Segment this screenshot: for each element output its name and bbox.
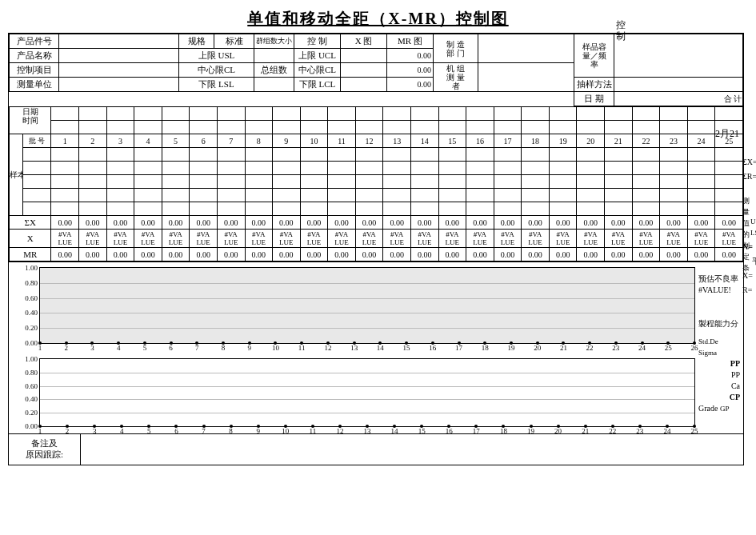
val-pred-defect: #VALUE! [698,285,740,296]
row-mr: MR 0.000.000.000.000.000.000.000.000.000… [10,248,743,262]
lbl-product-name: 产品名称 [10,49,59,63]
val-sample-freq[interactable] [614,34,743,78]
page-title: 单值和移动全距（X-MR）控制图 [8,8,748,30]
footer-notes[interactable] [81,434,743,465]
side-lsl: LSL [750,227,756,238]
lbl-product-no: 产品件号 [10,34,59,49]
data-grid: 日期 时间 样本测定值 批 号 123456789101112131415161… [9,106,743,262]
side-sx: ΣX= [742,157,756,168]
lbl-xchart: X 图 [341,34,387,49]
lbl-cl2: 中心限CL [294,63,341,78]
chart-stats: 预估不良率 #VALUE! 製程能力分 Std.De Sigma PP PP C… [698,267,740,414]
table-row[interactable] [10,162,743,175]
lbl-grade: Grade GP [698,403,740,414]
row-batch-no: 样本测定值 批 号 123456789101112131415161718192… [10,134,743,148]
lbl-cp: CP [698,392,740,403]
val-mfg-dept[interactable] [478,34,574,63]
x-chart-block: 0.000.200.400.600.801.001234567891011121… [39,267,695,344]
lbl-spec: 规格 [179,34,214,49]
lbl-total-groups: 总组数 [254,63,294,78]
lbl-ctrl-item: 控制项目 [10,63,59,78]
date-value-outside: 2月21 [715,127,739,141]
val-mr-3: 0.00 [387,63,434,78]
lbl-stdde: Std.De [698,336,740,347]
side-avg: 平 [752,256,756,267]
lbl-mfg-dept: 制 造 部 门 [434,34,478,63]
val-product-no[interactable] [59,34,179,49]
lbl-cl: 中心限CL [179,63,254,78]
footer-label: 备注及 原因跟踪: [9,434,81,465]
lbl-pred-defect: 预估不良率 [698,273,740,285]
lbl-sample-vertical: 样本测定值 [10,134,23,216]
val-lsl[interactable] [254,78,294,92]
side-sr: ΣR= [742,171,756,182]
mr-chart-block: 0.000.200.400.600.801.001234567891011121… [39,358,695,427]
lbl-pp2: PP [698,369,740,381]
lbl-mrchart: MR 图 [387,34,434,49]
lbl-samp-method: 抽样方法 [574,78,614,92]
row-x: X #VALUE#VALUE#VALUE#VALUE#VALUE#VALUE#V… [10,230,743,248]
lbl-usl: 上限 USL [179,49,254,63]
val-usl[interactable] [254,49,294,63]
val-samp-method[interactable] [614,78,743,92]
lbl-lsl: 下限 LSL [179,78,254,92]
table-row[interactable] [10,175,743,189]
lbl-group-size: 群组数大小 [254,34,294,49]
val-measured-by[interactable] [478,63,574,92]
row-sx: ΣX 0.000.000.000.000.000.000.000.000.000… [10,216,743,230]
lbl-meas-unit: 测量单位 [10,78,59,92]
table-row[interactable] [10,202,743,216]
x-chart-plot: 0.000.200.400.600.801.001234567891011121… [39,267,695,344]
lbl-control: 控 制 [294,34,341,49]
form-container: 产品件号 规格 标准 群组数大小 控 制 X 图 MR 图 制 造 部 门 样品… [8,33,744,465]
lbl-pp: PP [698,358,740,369]
lbl-ca: Ca [698,381,740,392]
val-mr-2: 0.00 [387,49,434,63]
row-date-time-2 [10,121,743,134]
table-row[interactable] [10,148,743,162]
val-x-lcl[interactable] [341,78,387,92]
footer: 备注及 原因跟踪: [9,433,743,465]
charts-area: 0.000.200.400.600.801.001234567891011121… [9,262,743,433]
header-table: 产品件号 规格 标准 群组数大小 控 制 X 图 MR 图 制 造 部 门 样品… [9,34,743,106]
lbl-batch-no: 批 号 [23,134,51,148]
side-xbar: X= [742,270,753,281]
mr-chart-plot: 0.000.200.400.600.801.001234567891011121… [39,358,695,427]
table-row[interactable] [10,189,743,202]
val-x-cl[interactable] [341,63,387,78]
val-x-ucl[interactable] [341,49,387,63]
row-date-time: 日期 时间 [10,107,743,121]
lbl-capability: 製程能力分 [698,318,740,329]
val-meas-unit[interactable] [59,78,179,92]
side-usl: USL [750,216,756,227]
val-ctrl-item[interactable] [59,63,179,78]
side-n: N= [742,242,753,253]
lbl-sample-freq: 样品容 量／频 率 [574,34,614,78]
lbl-measured-by: 机 组 测 量 者 [434,63,478,92]
val-product-name[interactable] [59,49,179,63]
lbl-date: 日 期 [574,92,614,106]
side-total: 合 计 [724,94,742,105]
val-mr-4: 0.00 [387,78,434,92]
side-rbar: R= 0.0 [742,285,756,296]
lbl-lcl: 下限 LCL [294,78,341,92]
lbl-sigma: Sigma [698,347,740,358]
lbl-std: 标准 [214,34,254,49]
lbl-ucl: 上限 UCL [294,49,341,63]
